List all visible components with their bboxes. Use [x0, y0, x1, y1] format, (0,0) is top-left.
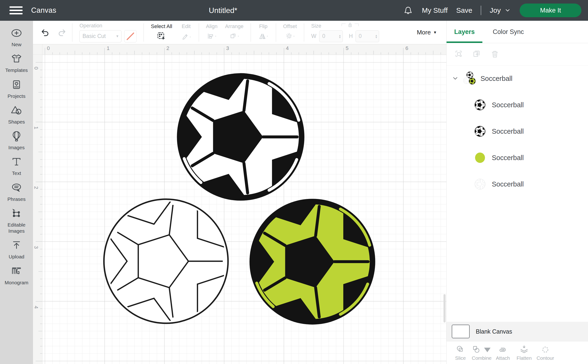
operation-color-swatch[interactable]: [124, 30, 136, 42]
attach-icon: [498, 344, 508, 355]
delete-button[interactable]: [490, 49, 500, 60]
more-label: More: [417, 29, 431, 36]
ruler-number: 0: [33, 67, 39, 70]
sidebar-item-label: Monogram: [5, 280, 28, 286]
attach-button[interactable]: Attach: [492, 344, 513, 361]
edit-toolbar: Operation Basic Cut ▾ Select All: [33, 21, 446, 44]
operation-select[interactable]: Basic Cut ▾: [79, 30, 121, 42]
monogram-icon: [10, 265, 23, 278]
select-all-button[interactable]: [156, 31, 167, 42]
layer-row[interactable]: Soccerball: [446, 118, 588, 144]
sidebar-item-label: Shapes: [8, 119, 25, 125]
layer-row[interactable]: Soccerball: [446, 171, 588, 197]
align-button[interactable]: [206, 31, 217, 42]
layer-row[interactable]: Soccerball: [446, 144, 588, 171]
toolbar-separator: [304, 23, 304, 42]
more-caret-icon: ▼: [433, 30, 437, 35]
text-icon: [10, 156, 23, 169]
slice-button[interactable]: Slice: [450, 344, 471, 361]
notifications-bell-icon[interactable]: [403, 5, 413, 16]
combine-icon: [471, 344, 492, 355]
sidebar-item-images[interactable]: Images: [0, 130, 33, 151]
undo-button[interactable]: [40, 27, 51, 38]
layer-group-row[interactable]: Soccerball: [446, 65, 588, 92]
sidebar-item-text[interactable]: Text: [0, 156, 33, 176]
sidebar-item-new[interactable]: New: [0, 27, 33, 48]
images-icon: [10, 130, 23, 143]
sidebar-item-label: Images: [8, 144, 25, 151]
height-input[interactable]: 0 ▴▾: [355, 30, 379, 42]
more-button[interactable]: More ▼: [415, 28, 438, 36]
sidebar-item-monogram[interactable]: Monogram: [0, 265, 33, 286]
panel-tabs: Layers Color Sync: [446, 21, 588, 43]
sidebar-item-shapes[interactable]: Shapes: [0, 104, 33, 125]
offset-group: Offset: [283, 23, 297, 42]
ruler-number: 4: [33, 306, 39, 308]
soccerball-outline[interactable]: [100, 195, 232, 327]
sidebar-item-projects[interactable]: Projects: [0, 78, 33, 99]
operation-group: Operation Basic Cut ▾: [79, 23, 136, 42]
layer-label: Soccerball: [492, 180, 524, 188]
flatten-button[interactable]: Flatten: [513, 344, 535, 361]
combine-button[interactable]: Combine: [471, 344, 492, 361]
group-button[interactable]: [454, 49, 465, 60]
toolbar-separator: [72, 23, 72, 42]
sidebar-item-editable-images[interactable]: EditableImages: [0, 207, 33, 234]
size-lock[interactable]: [342, 21, 359, 28]
layer-tools: [446, 43, 588, 65]
offset-button[interactable]: [284, 31, 295, 42]
sidebar-item-label: Text: [12, 170, 21, 176]
sidebar-item-phrases[interactable]: Phrases: [0, 182, 33, 202]
action-label: Combine: [472, 355, 491, 361]
make-it-button[interactable]: Make It: [520, 4, 582, 17]
width-stepper[interactable]: ▴▾: [339, 34, 341, 39]
soccerball-black[interactable]: [175, 71, 306, 202]
save-link[interactable]: Save: [456, 6, 472, 14]
sidebar-item-templates[interactable]: Templates: [0, 52, 33, 73]
tab-layers[interactable]: Layers: [446, 21, 482, 43]
sidebar-item-label: Projects: [7, 93, 26, 99]
height-stepper[interactable]: ▴▾: [375, 34, 377, 39]
chevron-down-icon: [504, 7, 511, 14]
layer-thumbnail-circle-green: [474, 152, 486, 163]
design-canvas[interactable]: [42, 55, 446, 364]
ruler-number: 6: [405, 45, 408, 51]
hamburger-bar: [9, 13, 23, 14]
edit-button[interactable]: [181, 31, 192, 42]
canvas-area: 0123456 012345: [33, 44, 446, 364]
flip-button[interactable]: [258, 31, 269, 42]
edit-group: Edit: [181, 23, 192, 42]
my-stuff-link[interactable]: My Stuff: [422, 6, 447, 14]
cricut-design-space-app: Canvas Untitled* My Stuff Save Joy Make …: [0, 0, 588, 364]
canvas-color-swatch[interactable]: [452, 325, 470, 338]
editable-images-icon: [10, 207, 23, 221]
user-menu[interactable]: Joy: [490, 6, 511, 14]
sidebar-item-label: EditableImages: [7, 222, 26, 234]
layer-thumbnail-ball-black: [474, 99, 486, 110]
layer-label: Soccerball: [492, 101, 524, 109]
sidebar-item-upload[interactable]: Upload: [0, 239, 33, 260]
soccerball-green[interactable]: [248, 197, 377, 326]
arrange-button[interactable]: [229, 31, 240, 42]
flip-group: Flip: [258, 23, 269, 42]
contour-button[interactable]: Contour: [535, 344, 556, 361]
group-expand-chevron-icon[interactable]: [452, 75, 459, 82]
redo-button[interactable]: [57, 27, 67, 38]
blank-canvas-label: Blank Canvas: [476, 328, 512, 335]
layer-label: Soccerball: [492, 128, 524, 135]
slice-icon: [455, 344, 466, 355]
arrange-group: Arrange: [225, 23, 243, 42]
duplicate-button[interactable]: [472, 49, 482, 60]
toolbar-separator: [199, 23, 199, 42]
user-name: Joy: [490, 6, 501, 14]
canvas-scrollbar[interactable]: [444, 294, 446, 323]
ruler-number: 0: [47, 45, 50, 51]
layer-row[interactable]: Soccerball: [446, 92, 588, 118]
blank-canvas-row[interactable]: Blank Canvas: [446, 322, 588, 341]
width-input[interactable]: 0 ▴▾: [319, 30, 343, 42]
upload-icon: [10, 239, 23, 252]
document-title[interactable]: Untitled*: [209, 6, 237, 15]
page-title: Canvas: [31, 6, 56, 15]
tab-color-sync[interactable]: Color Sync: [482, 21, 534, 43]
hamburger-menu-button[interactable]: [9, 6, 23, 15]
